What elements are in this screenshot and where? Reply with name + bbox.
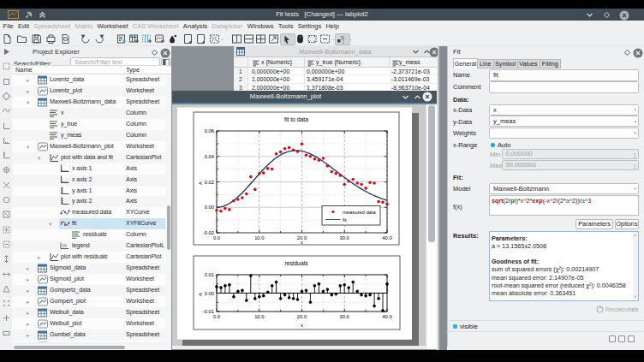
svg-text:10.0: 10.0 — [254, 235, 264, 240]
svg-text:x: x — [301, 323, 303, 328]
svg-text:fit: fit — [343, 217, 347, 223]
svg-text:measured data: measured data — [343, 210, 376, 215]
svg-text:A: A — [198, 293, 203, 296]
svg-text:residuals: residuals — [284, 260, 308, 266]
svg-text:x: x — [301, 240, 303, 245]
svg-text:30.0: 30.0 — [340, 235, 349, 240]
svg-text:0.0: 0.0 — [213, 235, 220, 240]
svg-text:0.01: 0.01 — [205, 272, 214, 277]
svg-text:fit to data: fit to data — [284, 116, 308, 122]
svg-text:10.0: 10.0 — [254, 314, 264, 319]
svg-text:0.06: 0.06 — [205, 128, 214, 134]
svg-text:1: 1 — [342, 39, 345, 45]
svg-text:A: A — [198, 181, 203, 185]
svg-text:-0.02: -0.02 — [203, 230, 214, 235]
svg-text:0.00: 0.00 — [205, 205, 214, 210]
svg-text:30.0: 30.0 — [340, 314, 349, 319]
svg-text:0.00: 0.00 — [205, 291, 214, 296]
svg-text:40.0: 40.0 — [382, 314, 391, 319]
svg-text:0.02: 0.02 — [205, 180, 214, 185]
svg-text:20.0: 20.0 — [297, 314, 307, 319]
svg-text:0.0: 0.0 — [213, 314, 220, 319]
svg-text:-0.01: -0.01 — [203, 309, 214, 314]
svg-text:40.0: 40.0 — [382, 235, 391, 240]
svg-text:0.04: 0.04 — [205, 154, 215, 159]
